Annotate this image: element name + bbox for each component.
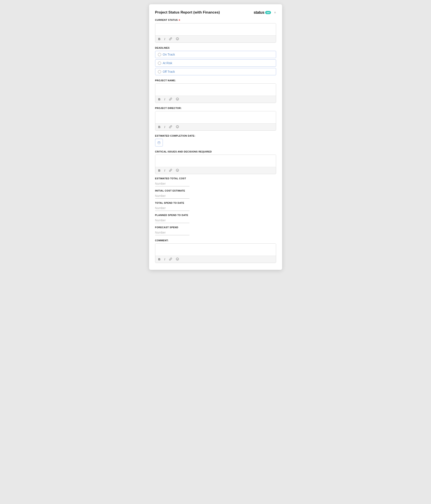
required-indicator: ★: [178, 19, 181, 21]
total-spend-section: TOTAL SPEND TO DATE: [155, 202, 276, 211]
radio-at-risk-label: At Risk: [163, 61, 172, 65]
emoji-button-status[interactable]: [175, 37, 180, 41]
modal-title: Project Status Report (with Finances): [155, 10, 220, 15]
italic-button-comment[interactable]: I: [164, 257, 166, 261]
current-status-input[interactable]: [155, 23, 276, 35]
radio-off-track[interactable]: Off Track: [155, 68, 276, 75]
initial-cost-estimate-section: INITIAL COST ESTIMATE: [155, 189, 276, 198]
bold-button-comment[interactable]: B: [157, 257, 161, 261]
radio-on-track-label: On Track: [163, 53, 175, 56]
estimated-total-cost-label: ESTIMATED TOTAL COST: [155, 177, 276, 180]
radio-on-track-input[interactable]: [158, 53, 161, 56]
project-name-toolbar: B I: [155, 96, 276, 103]
bold-button-critical[interactable]: B: [157, 169, 161, 172]
forecast-spend-label: FORECAST SPEND: [155, 226, 276, 229]
comment-toolbar: B I: [155, 256, 276, 263]
brand-badge: status net: [254, 10, 271, 15]
project-status-modal: Project Status Report (with Finances) st…: [149, 4, 282, 270]
calendar-icon: [157, 141, 160, 144]
radio-at-risk[interactable]: At Risk: [155, 59, 276, 67]
emoji-button-director[interactable]: [175, 125, 180, 129]
forecast-spend-section: FORECAST SPEND: [155, 226, 276, 235]
critical-issues-section: CRITICAL ISSUES AND DECISIONS REQUIRED B…: [155, 150, 276, 174]
svg-point-3: [176, 98, 179, 100]
critical-issues-editor: B I: [155, 155, 276, 174]
svg-point-0: [176, 37, 179, 40]
radio-off-track-input[interactable]: [158, 70, 161, 73]
project-name-section: PROJECT NAME: B I: [155, 79, 276, 103]
project-name-editor: B I: [155, 83, 276, 103]
radio-at-risk-input[interactable]: [158, 62, 161, 65]
project-name-label: PROJECT NAME:: [155, 79, 276, 82]
comment-label: COMMENT:: [155, 239, 276, 242]
bold-button-status[interactable]: B: [157, 37, 161, 41]
brand-tag: net: [265, 11, 271, 14]
critical-issues-input[interactable]: [155, 155, 276, 166]
modal-header: Project Status Report (with Finances) st…: [155, 10, 276, 15]
deadlines-radio-group: On Track At Risk Off Track: [155, 51, 276, 75]
brand-text: status: [254, 10, 264, 15]
italic-button-project-name[interactable]: I: [164, 97, 166, 101]
project-name-input[interactable]: [155, 84, 276, 95]
link-button-status[interactable]: [168, 37, 173, 41]
project-director-toolbar: B I: [155, 123, 276, 130]
planned-spend-input[interactable]: [155, 218, 189, 223]
estimated-total-cost-section: ESTIMATED TOTAL COST: [155, 177, 276, 186]
project-director-editor: B I: [155, 111, 276, 131]
comment-editor: B I: [155, 243, 276, 263]
initial-cost-estimate-input[interactable]: [155, 193, 189, 198]
italic-button-director[interactable]: I: [164, 125, 166, 129]
forecast-spend-input[interactable]: [155, 230, 189, 235]
total-spend-label: TOTAL SPEND TO DATE: [155, 202, 276, 204]
bold-button-project-name[interactable]: B: [157, 97, 161, 101]
italic-button-critical[interactable]: I: [164, 169, 166, 172]
initial-cost-estimate-label: INITIAL COST ESTIMATE: [155, 189, 276, 192]
link-button-comment[interactable]: [168, 257, 173, 261]
italic-button-status[interactable]: I: [164, 37, 166, 41]
project-director-input[interactable]: [155, 111, 276, 122]
deadlines-label: DEADLINES: [155, 46, 276, 49]
emoji-button-comment[interactable]: [175, 257, 180, 261]
planned-spend-section: PLANNED SPEND TO DATE: [155, 214, 276, 223]
current-status-toolbar: B I: [155, 35, 276, 43]
project-director-label: PROJECT DIRECTOR:: [155, 107, 276, 109]
date-picker-button[interactable]: [155, 139, 163, 146]
svg-rect-9: [158, 142, 160, 144]
planned-spend-label: PLANNED SPEND TO DATE: [155, 214, 276, 216]
bold-button-director[interactable]: B: [157, 125, 161, 129]
comment-input[interactable]: [155, 244, 276, 255]
emoji-button-critical[interactable]: [175, 168, 180, 173]
current-status-editor: B I: [155, 23, 276, 43]
total-spend-input[interactable]: [155, 206, 189, 211]
project-director-section: PROJECT DIRECTOR: B I: [155, 107, 276, 131]
emoji-button-project-name[interactable]: [175, 97, 180, 101]
current-status-label: CURRENT STATUS★: [155, 19, 276, 21]
radio-on-track[interactable]: On Track: [155, 51, 276, 58]
close-button[interactable]: ×: [274, 11, 276, 14]
link-button-director[interactable]: [168, 125, 173, 129]
current-status-section: CURRENT STATUS★ B I: [155, 19, 276, 43]
svg-point-16: [176, 258, 179, 260]
completion-date-section: ESTIMATED COMPLETION DATE:: [155, 135, 276, 146]
link-button-project-name[interactable]: [168, 97, 173, 101]
comment-section: COMMENT: B I: [155, 239, 276, 263]
critical-issues-toolbar: B I: [155, 167, 276, 174]
critical-issues-label: CRITICAL ISSUES AND DECISIONS REQUIRED: [155, 150, 276, 153]
svg-point-13: [176, 169, 179, 171]
deadlines-section: DEADLINES On Track At Risk Off Track: [155, 46, 276, 75]
completion-date-label: ESTIMATED COMPLETION DATE:: [155, 135, 276, 137]
modal-title-group: Project Status Report (with Finances): [155, 10, 220, 15]
svg-point-6: [176, 126, 179, 128]
radio-off-track-label: Off Track: [163, 70, 175, 73]
link-button-critical[interactable]: [168, 168, 173, 173]
estimated-total-cost-input[interactable]: [155, 181, 189, 186]
